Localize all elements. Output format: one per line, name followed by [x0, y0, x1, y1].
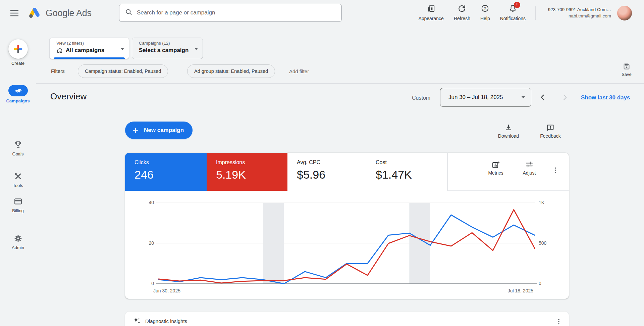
credit-card-icon — [13, 197, 23, 206]
create-plus-icon — [13, 44, 23, 54]
scorecard-label: Cost — [376, 159, 447, 166]
save-button[interactable]: Save — [616, 62, 637, 77]
google-ads-logo-icon — [28, 7, 42, 20]
refresh-label: Refresh — [454, 16, 470, 21]
insights-more-options-button[interactable] — [554, 316, 564, 326]
card-more-options-button[interactable] — [550, 164, 560, 177]
sidebar-item-campaigns[interactable]: Campaigns — [0, 85, 36, 103]
notifications-button[interactable]: ! Notifications — [497, 4, 528, 21]
download-label: Download — [498, 133, 519, 139]
x-axis-end-label: Jul 18, 2025 — [508, 288, 533, 293]
y-axis-tick-left: 20 — [125, 240, 154, 246]
appearance-icon — [427, 4, 435, 14]
left-navigation-rail: Create Campaigns Goals — [0, 26, 36, 326]
sidebar-item-admin[interactable]: Admin — [0, 234, 36, 250]
metrics-button[interactable]: Metrics — [483, 160, 508, 176]
account-id: 923-709-9991 Auckland Com… — [548, 6, 611, 13]
search-input[interactable] — [137, 9, 336, 16]
feedback-icon — [546, 124, 554, 132]
scorecard-value: 246 — [135, 168, 207, 181]
google-ads-app: Google Ads Appearance — [0, 0, 644, 326]
adjust-label: Adjust — [523, 170, 536, 176]
chevron-down-icon — [522, 96, 525, 98]
hamburger-menu-icon[interactable] — [9, 9, 19, 17]
new-campaign-button[interactable]: New campaign — [125, 122, 193, 139]
campaign-selector[interactable]: Campaigns (12) Select a campaign — [132, 38, 203, 59]
svg-text:?: ? — [484, 6, 487, 11]
filter-chip-adgroup-status[interactable]: Ad group status: Enabled, Paused — [187, 64, 275, 78]
scorecard-label: Impressions — [216, 159, 287, 166]
chart-canvas — [125, 191, 569, 299]
account-info[interactable]: 923-709-9991 Auckland Com… nabi.tnm@gmai… — [548, 6, 611, 19]
next-period-button[interactable] — [559, 91, 571, 103]
megaphone-icon — [14, 87, 22, 94]
date-range-picker[interactable]: Jun 30 – Jul 18, 2025 — [440, 88, 531, 107]
sparkle-icon — [132, 316, 141, 326]
overview-chart: 40 20 0 1K 500 0 Jun 30, 2025 Jul 18, 20… — [125, 191, 569, 299]
y-axis-tick-left: 0 — [125, 281, 154, 286]
y-axis-tick-left: 40 — [125, 200, 154, 205]
save-icon — [623, 62, 631, 71]
admin-label: Admin — [12, 245, 24, 250]
scorecard-clicks[interactable]: Clicks 246 — [125, 153, 207, 191]
kebab-menu-icon — [555, 318, 563, 326]
campaigns-pill — [8, 85, 28, 96]
sidebar-item-goals[interactable]: Goals — [0, 140, 36, 156]
scorecard-label: Clicks — [135, 159, 207, 166]
account-email: nabi.tnm@gmail.com — [548, 13, 611, 19]
add-filter-button[interactable]: Add filter — [289, 68, 309, 74]
download-icon — [504, 124, 513, 132]
y-axis-tick-right: 500 — [539, 240, 546, 246]
chevron-right-icon — [560, 93, 569, 102]
download-button[interactable]: Download — [495, 124, 522, 139]
appearance-button[interactable]: Appearance — [416, 4, 446, 21]
adjust-button[interactable]: Adjust — [517, 160, 542, 176]
billing-label: Billing — [12, 208, 24, 213]
show-last-30-days-link[interactable]: Show last 30 days — [581, 94, 630, 101]
diagnostic-insights-card[interactable]: Diagnostic insights — [125, 312, 569, 326]
campaigns-label: Campaigns — [6, 98, 30, 103]
view-selector[interactable]: View (2 filters) All campaigns — [49, 38, 129, 59]
notifications-label: Notifications — [500, 16, 526, 21]
topbar-divider — [535, 6, 536, 20]
gear-icon — [13, 234, 23, 243]
y-axis-tick-right: 0 — [539, 281, 541, 286]
create-circle — [8, 39, 28, 59]
insights-title: Diagnostic insights — [145, 318, 187, 324]
date-range-value: Jun 30 – Jul 18, 2025 — [448, 94, 503, 101]
view-selector-label: View (2 filters) — [56, 41, 123, 46]
scorecard-impressions[interactable]: Impressions 5.19K — [207, 153, 287, 191]
filter-chip-campaign-status[interactable]: Campaign status: Enabled, Paused — [78, 64, 168, 78]
campaign-selector-label: Campaigns (12) — [139, 41, 197, 46]
chevron-left-icon — [538, 93, 547, 102]
feedback-button[interactable]: Feedback — [537, 124, 564, 139]
help-button[interactable]: ? Help — [478, 4, 493, 21]
global-search[interactable] — [119, 4, 342, 22]
metrics-chart-icon — [491, 160, 500, 169]
save-label: Save — [622, 72, 632, 77]
scorecard-cost[interactable]: Cost $1.47K — [366, 153, 448, 191]
goals-label: Goals — [12, 151, 24, 156]
overview-summary-card: Clicks 246 Impressions 5.19K Avg. CPC $5… — [125, 153, 569, 299]
kebab-menu-icon — [551, 166, 559, 174]
previous-period-button[interactable] — [537, 91, 549, 103]
tools-label: Tools — [13, 183, 23, 188]
search-icon — [125, 8, 133, 17]
trophy-icon — [13, 140, 23, 149]
topbar-actions: Appearance Refresh ? Help — [416, 4, 528, 21]
sidebar-item-tools[interactable]: Tools — [0, 172, 36, 188]
scorecard-value: $1.47K — [376, 168, 447, 181]
sidebar-item-billing[interactable]: Billing — [0, 197, 36, 213]
refresh-button[interactable]: Refresh — [451, 4, 473, 21]
scorecard-avg-cpc[interactable]: Avg. CPC $5.96 — [287, 153, 366, 191]
scorecard-label: Avg. CPC — [297, 159, 366, 166]
create-button[interactable]: Create — [0, 39, 36, 66]
google-ads-logo[interactable]: Google Ads — [28, 7, 92, 20]
adjust-sliders-icon — [525, 160, 534, 169]
scorecard-value: 5.19K — [216, 168, 287, 181]
notifications-bell-icon: ! — [508, 4, 517, 14]
chevron-down-icon — [121, 48, 124, 50]
metrics-label: Metrics — [488, 170, 503, 176]
campaign-selector-value: Select a campaign — [139, 47, 189, 54]
avatar[interactable] — [617, 6, 632, 20]
